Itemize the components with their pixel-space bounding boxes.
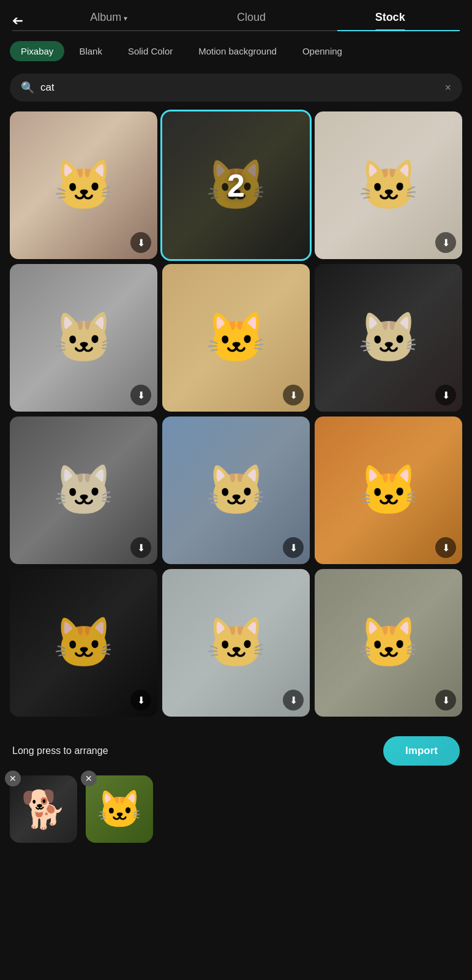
sub-tab-motion-bg[interactable]: Motion background [187, 41, 288, 61]
bottom-bar: Long press to arrange Import [0, 724, 472, 775]
image-cell-6[interactable]: 🐱 ⬇ [315, 264, 462, 412]
sub-tab-blank-label: Blank [79, 46, 102, 56]
download-button-11[interactable]: ⬇ [283, 690, 304, 710]
tab-stock[interactable]: Stock [375, 11, 405, 30]
tray-item-2[interactable]: ✕ 🐱 [86, 775, 153, 843]
image-cell-9[interactable]: 🐱 ⬇ [315, 417, 462, 564]
download-button-3[interactable]: ⬇ [435, 232, 456, 253]
tab-album-label: Album [90, 11, 121, 23]
image-cell-7[interactable]: 🐱 ⬇ [10, 417, 157, 564]
download-button-8[interactable]: ⬇ [283, 537, 304, 558]
sub-tabs: Pixabay Blank Solid Color Motion backgro… [0, 31, 472, 61]
download-button-7[interactable]: ⬇ [130, 537, 151, 558]
image-cell-3[interactable]: 🐱 ⬇ [315, 111, 462, 259]
tray-remove-button-2[interactable]: ✕ [81, 771, 97, 786]
search-bar: 🔍 × [10, 74, 462, 102]
import-button[interactable]: Import [383, 736, 460, 766]
download-button-12[interactable]: ⬇ [435, 690, 456, 710]
sub-tab-blank[interactable]: Blank [68, 41, 113, 61]
download-button-6[interactable]: ⬇ [435, 385, 456, 405]
sub-tab-openning-label: Openning [302, 46, 342, 56]
download-button-10[interactable]: ⬇ [130, 690, 151, 710]
image-cell-4[interactable]: 🐱 ⬇ [10, 264, 157, 412]
download-button-9[interactable]: ⬇ [435, 537, 456, 558]
tray-image-1: 🐕 [10, 775, 77, 843]
selection-badge-2: 2 [227, 167, 245, 204]
image-cell-2[interactable]: 🐱 2 [162, 111, 310, 259]
nav-tabs: Album▾ Cloud Stock [36, 11, 460, 30]
sub-tab-openning[interactable]: Openning [291, 41, 353, 61]
image-cell-1[interactable]: 🐱 ⬇ [10, 111, 157, 259]
sub-tab-pixabay[interactable]: Pixabay [10, 41, 64, 61]
sub-tab-solid-color[interactable]: Solid Color [117, 41, 184, 61]
tray-item-1[interactable]: ✕ 🐕 [10, 775, 77, 843]
tab-album[interactable]: Album▾ [90, 11, 127, 30]
selected-tray: ✕ 🐕 ✕ 🐱 [0, 775, 472, 855]
header-divider [12, 30, 460, 31]
download-button-5[interactable]: ⬇ [283, 385, 304, 405]
image-cell-12[interactable]: 🐱 ⬇ [315, 569, 462, 717]
search-icon: 🔍 [21, 81, 34, 94]
tab-cloud[interactable]: Cloud [237, 11, 266, 30]
long-press-label: Long press to arrange [12, 745, 108, 756]
image-cell-10[interactable]: 🐱 ⬇ [10, 569, 157, 717]
tray-remove-button-1[interactable]: ✕ [5, 771, 21, 786]
image-cell-11[interactable]: 🐱 ⬇ [162, 569, 310, 717]
search-input[interactable] [40, 81, 438, 94]
sub-tab-solid-color-label: Solid Color [128, 46, 173, 56]
sub-tab-pixabay-label: Pixabay [21, 46, 53, 56]
tab-stock-label: Stock [375, 11, 405, 23]
sub-tab-motion-bg-label: Motion background [198, 46, 277, 56]
tray-image-2: 🐱 [86, 775, 153, 843]
tab-cloud-label: Cloud [237, 11, 266, 23]
image-cell-8[interactable]: 🐱 ⬇ [162, 417, 310, 564]
image-grid: 🐱 ⬇ 🐱 2 🐱 ⬇ 🐱 ⬇ 🐱 ⬇ 🐱 ⬇ 🐱 ⬇ 🐱 ⬇ 🐱 ⬇ 🐱 ⬇ [0, 111, 472, 717]
back-button[interactable]: ➔ [12, 13, 23, 29]
image-cell-5[interactable]: 🐱 ⬇ [162, 264, 310, 412]
download-button-4[interactable]: ⬇ [130, 385, 151, 405]
search-clear-button[interactable]: × [444, 81, 451, 94]
header: ➔ Album▾ Cloud Stock [0, 0, 472, 30]
download-button-1[interactable]: ⬇ [130, 232, 151, 253]
dropdown-arrow-icon: ▾ [124, 14, 127, 23]
